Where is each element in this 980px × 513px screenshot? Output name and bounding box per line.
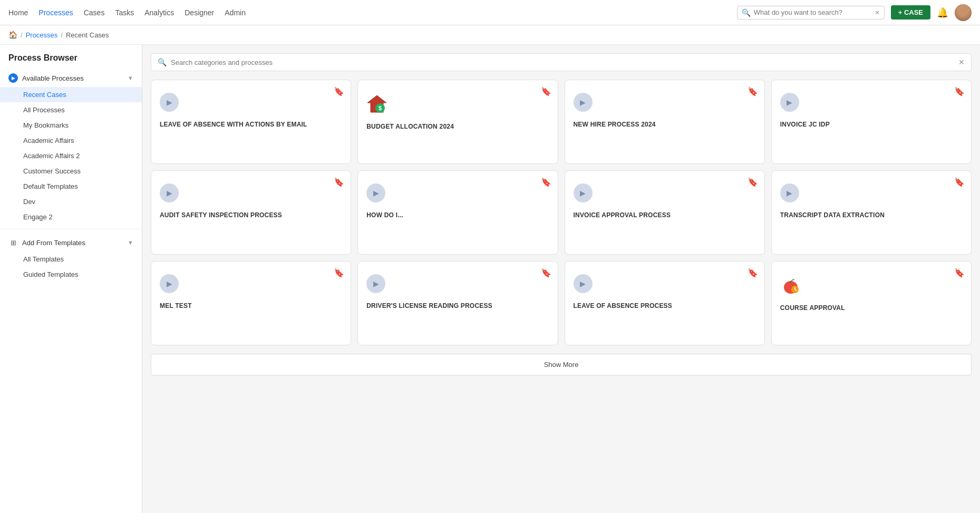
sidebar-item-guided-templates[interactable]: Guided Templates — [0, 267, 142, 282]
process-card-3[interactable]: 🔖 ▶ NEW HIRE PROCESS 2024 — [565, 80, 765, 164]
play-circle-9: ▶ — [160, 274, 179, 293]
show-more-button[interactable]: Show More — [151, 354, 972, 375]
sidebar-item-all-templates[interactable]: All Templates — [0, 251, 142, 267]
bookmark-icon-11[interactable]: 🔖 — [748, 268, 758, 278]
global-search-bar: 🔍 ✕ — [737, 6, 885, 20]
nav-cases[interactable]: Cases — [84, 8, 105, 17]
sidebar-item-all-processes[interactable]: All Processes — [0, 102, 142, 118]
bookmark-icon-7[interactable]: 🔖 — [748, 177, 758, 187]
play-circle-3: ▶ — [574, 93, 593, 112]
house-dollar-icon: $ — [366, 93, 387, 114]
process-card-5[interactable]: 🔖 ▶ AUDIT SAFETY INSPECTION PROCESS — [151, 170, 351, 255]
available-processes-chevron: ▼ — [128, 75, 133, 81]
templates-chevron: ▼ — [128, 239, 133, 246]
card-icon-6: ▶ — [366, 183, 549, 202]
process-card-11[interactable]: 🔖 ▶ LEAVE OF ABSENCE PROCESS — [565, 261, 765, 345]
available-processes-label: Available Processes — [22, 74, 84, 82]
global-search-clear[interactable]: ✕ — [875, 9, 880, 16]
play-circle-4: ▶ — [780, 93, 799, 112]
nav-analytics[interactable]: Analytics — [144, 8, 174, 17]
card-title-2: BUDGET ALLOCATION 2024 — [366, 122, 549, 131]
card-title-9: MEL TEST — [160, 302, 342, 311]
available-processes-header[interactable]: ▶ Available Processes ▼ — [0, 69, 142, 87]
add-from-templates-header[interactable]: ⊞ Add From Templates ▼ — [0, 234, 142, 251]
process-card-6[interactable]: 🔖 ▶ HOW DO I... — [357, 170, 558, 255]
card-icon-7: ▶ — [574, 183, 756, 202]
bookmark-icon-6[interactable]: 🔖 — [541, 177, 551, 187]
sidebar-divider — [0, 229, 142, 229]
sidebar-item-engage-2[interactable]: Engage 2 — [0, 209, 142, 225]
avatar-image — [955, 4, 972, 21]
sidebar-item-customer-success[interactable]: Customer Success — [0, 163, 142, 179]
card-icon-1: ▶ — [160, 93, 342, 112]
process-card-8[interactable]: 🔖 ▶ TRANSCRIPT DATA EXTRACTION — [771, 170, 972, 255]
card-title-3: NEW HIRE PROCESS 2024 — [574, 120, 756, 129]
card-title-7: INVOICE APPROVAL PROCESS — [574, 211, 756, 220]
sidebar-item-recent-cases[interactable]: Recent Cases — [0, 87, 142, 102]
card-title-6: HOW DO I... — [366, 211, 549, 220]
card-title-8: TRANSCRIPT DATA EXTRACTION — [780, 211, 963, 220]
process-card-9[interactable]: 🔖 ▶ MEL TEST — [151, 261, 351, 345]
card-title-5: AUDIT SAFETY INSPECTION PROCESS — [160, 211, 342, 220]
breadcrumb-current: Recent Cases — [66, 31, 109, 39]
process-card-10[interactable]: 🔖 ▶ DRIVER'S LICENSE READING PROCESS — [357, 261, 558, 345]
play-circle-8: ▶ — [780, 183, 799, 202]
card-icon-3: ▶ — [574, 93, 756, 112]
process-card-4[interactable]: 🔖 ▶ INVOICE JC IDP — [771, 80, 972, 164]
breadcrumb-sep-2: / — [61, 31, 63, 39]
global-search-input[interactable] — [754, 8, 875, 16]
process-search-bar: 🔍 ✕ — [151, 53, 972, 71]
bookmark-icon-9[interactable]: 🔖 — [334, 268, 344, 278]
sidebar-title: Process Browser — [0, 53, 142, 69]
notification-bell-icon[interactable]: 🔔 — [937, 7, 948, 18]
sidebar-item-default-templates[interactable]: Default Templates — [0, 179, 142, 194]
bookmark-icon-3[interactable]: 🔖 — [748, 86, 758, 96]
bookmark-icon-10[interactable]: 🔖 — [541, 268, 551, 278]
nav-tasks[interactable]: Tasks — [115, 8, 134, 17]
card-title-12: COURSE APPROVAL — [780, 304, 963, 313]
nav-designer[interactable]: Designer — [185, 8, 214, 17]
breadcrumb-sep-1: / — [21, 31, 23, 39]
main-layout: Process Browser ▶ Available Processes ▼ … — [0, 45, 980, 513]
sidebar-item-dev[interactable]: Dev — [0, 194, 142, 209]
nav-right: 🔍 ✕ + CASE 🔔 — [737, 4, 972, 21]
process-card-12[interactable]: 🔖 — [771, 261, 972, 345]
process-search-input[interactable] — [171, 59, 954, 66]
bookmark-icon-4[interactable]: 🔖 — [954, 86, 965, 96]
play-circle-1: ▶ — [160, 93, 179, 112]
sidebar-item-my-bookmarks[interactable]: My Bookmarks — [0, 118, 142, 133]
bookmark-icon-2[interactable]: 🔖 — [541, 86, 551, 96]
nav-admin[interactable]: Admin — [225, 8, 246, 17]
play-circle-10: ▶ — [366, 274, 385, 293]
play-circle-6: ▶ — [366, 183, 385, 202]
user-avatar[interactable] — [955, 4, 972, 21]
process-search-icon: 🔍 — [158, 58, 167, 66]
available-processes-items: Recent Cases All Processes My Bookmarks … — [0, 87, 142, 225]
bookmark-icon-1[interactable]: 🔖 — [334, 86, 344, 96]
card-icon-2: $ — [366, 93, 549, 114]
card-icon-5: ▶ — [160, 183, 342, 202]
sidebar: Process Browser ▶ Available Processes ▼ … — [0, 45, 142, 513]
add-from-templates-label: Add From Templates — [22, 239, 85, 247]
bookmark-icon-8[interactable]: 🔖 — [954, 177, 965, 187]
add-case-button[interactable]: + CASE — [891, 5, 930, 20]
card-icon-11: ▶ — [574, 274, 756, 293]
bookmark-icon-12[interactable]: 🔖 — [954, 268, 965, 278]
process-card-1[interactable]: 🔖 ▶ LEAVE OF ABSENCE WITH ACTIONS BY EMA… — [151, 80, 351, 164]
home-icon[interactable]: 🏠 — [8, 31, 17, 39]
bookmark-icon-5[interactable]: 🔖 — [334, 177, 344, 187]
sidebar-item-academic-affairs-2[interactable]: Academic Affairs 2 — [0, 148, 142, 163]
add-case-label: + CASE — [898, 8, 923, 16]
process-card-7[interactable]: 🔖 ▶ INVOICE APPROVAL PROCESS — [565, 170, 765, 255]
process-search-clear[interactable]: ✕ — [958, 58, 965, 66]
process-grid: 🔖 ▶ LEAVE OF ABSENCE WITH ACTIONS BY EMA… — [151, 80, 972, 345]
nav-home[interactable]: Home — [8, 8, 28, 17]
svg-text:$: $ — [379, 105, 382, 111]
play-circle-5: ▶ — [160, 183, 179, 202]
nav-processes[interactable]: Processes — [38, 8, 73, 17]
play-circle-11: ▶ — [574, 274, 593, 293]
process-card-2[interactable]: 🔖 $ BUDGET ALLOCATION 2024 — [357, 80, 558, 164]
card-title-4: INVOICE JC IDP — [780, 120, 963, 129]
sidebar-item-academic-affairs[interactable]: Academic Affairs — [0, 133, 142, 148]
breadcrumb-processes[interactable]: Processes — [26, 31, 58, 39]
